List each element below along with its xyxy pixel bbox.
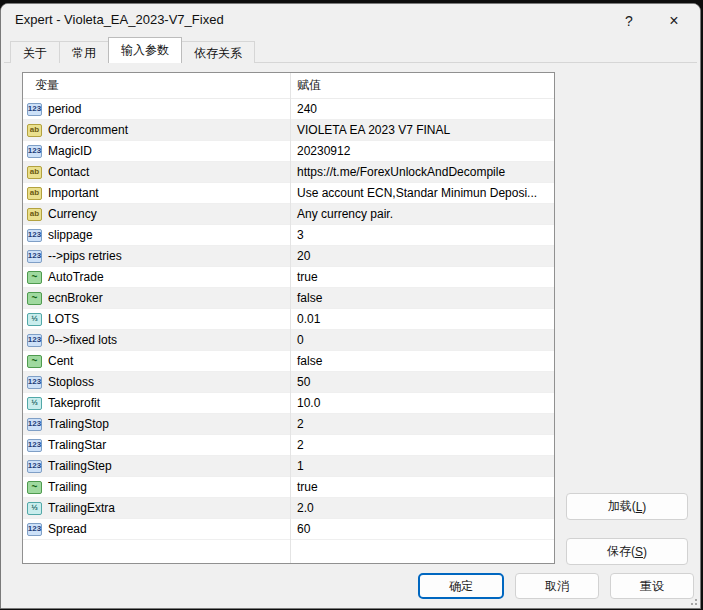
value-cell[interactable]: VIOLETA EA 2023 V7 FINAL [290, 120, 554, 140]
table-row[interactable]: ab Currency Any currency pair. [23, 204, 554, 225]
bool-type-icon: ~ [27, 271, 42, 284]
table-row[interactable]: 123 -->pips retries 20 [23, 246, 554, 267]
tab-about-label: 关于 [23, 46, 47, 60]
tab-inputs[interactable]: 输入参数 [108, 37, 182, 63]
resize-grip[interactable] [687, 595, 697, 605]
parameters-table: 变量 赋值 123 period 240 ab Ordercomment VIO… [22, 72, 555, 564]
table-row[interactable]: 123 MagicID 20230912 [23, 141, 554, 162]
table-row[interactable]: ab Contact https://t.me/ForexUnlockAndDe… [23, 162, 554, 183]
int-type-icon: 123 [27, 103, 42, 116]
tab-common[interactable]: 常用 [59, 41, 109, 63]
variable-name: Cent [48, 354, 73, 368]
variable-cell: ½ TrailingExtra [23, 498, 290, 518]
save-button[interactable]: 保存(S) [566, 538, 688, 565]
value-cell[interactable]: 0 [290, 330, 554, 350]
table-header-row: 变量 赋值 [23, 73, 554, 99]
save-button-label-suffix: ) [643, 545, 647, 559]
dbl-type-icon: ½ [27, 502, 42, 515]
value-cell[interactable]: 2 [290, 435, 554, 455]
variable-cell: 123 TrailingStep [23, 456, 290, 476]
table-row[interactable]: 123 slippage 3 [23, 225, 554, 246]
value-cell[interactable]: 0.01 [290, 309, 554, 329]
column-header-value[interactable]: 赋值 [290, 73, 554, 98]
bool-type-icon: ~ [27, 481, 42, 494]
load-button-label: 加载( [608, 498, 636, 515]
int-type-icon: 123 [27, 250, 42, 263]
variable-cell: 123 TralingStop [23, 414, 290, 434]
expert-settings-dialog: Expert - Violeta_EA_2023-V7_Fixed ? × 关于… [0, 3, 701, 609]
value-cell[interactable]: 3 [290, 225, 554, 245]
table-row[interactable]: 123 Spread 60 [23, 519, 554, 540]
str-type-icon: ab [27, 208, 42, 221]
table-row[interactable]: ab Ordercomment VIOLETA EA 2023 V7 FINAL [23, 120, 554, 141]
close-button[interactable]: × [655, 5, 693, 36]
value-cell[interactable]: true [290, 267, 554, 287]
bool-type-icon: ~ [27, 292, 42, 305]
table-row[interactable]: ab Important Use account ECN,Standar Min… [23, 183, 554, 204]
table-row[interactable]: ½ TrailingExtra 2.0 [23, 498, 554, 519]
variable-cell: ~ Cent [23, 351, 290, 371]
variable-cell: ~ ecnBroker [23, 288, 290, 308]
table-row[interactable]: ~ AutoTrade true [23, 267, 554, 288]
value-cell[interactable]: 10.0 [290, 393, 554, 413]
tab-about[interactable]: 关于 [10, 41, 60, 63]
table-row[interactable]: ~ Cent false [23, 351, 554, 372]
table-row[interactable]: ~ Trailing true [23, 477, 554, 498]
param-table-body: 123 period 240 ab Ordercomment VIOLETA E… [23, 99, 554, 540]
load-button[interactable]: 加载(L) [566, 493, 688, 520]
int-type-icon: 123 [27, 145, 42, 158]
variable-name: ecnBroker [48, 291, 103, 305]
value-cell[interactable]: 20230912 [290, 141, 554, 161]
value-cell[interactable]: https://t.me/ForexUnlockAndDecompile [290, 162, 554, 182]
table-row[interactable]: ½ Takeprofit 10.0 [23, 393, 554, 414]
str-type-icon: ab [27, 187, 42, 200]
cancel-button[interactable]: 取消 [515, 573, 599, 599]
variable-name: period [48, 102, 81, 116]
table-row[interactable]: ½ LOTS 0.01 [23, 309, 554, 330]
variable-cell: ab Currency [23, 204, 290, 224]
table-row[interactable]: 123 TralingStar 2 [23, 435, 554, 456]
variable-name: MagicID [48, 144, 92, 158]
table-row[interactable]: ~ ecnBroker false [23, 288, 554, 309]
value-cell[interactable]: true [290, 477, 554, 497]
table-row[interactable]: 123 TralingStop 2 [23, 414, 554, 435]
value-cell[interactable]: 60 [290, 519, 554, 539]
table-row[interactable]: 123 TrailingStep 1 [23, 456, 554, 477]
column-header-variable[interactable]: 变量 [23, 73, 290, 98]
tab-strip: 关于 常用 输入参数 依存关系 [10, 39, 254, 63]
ok-button[interactable]: 确定 [418, 573, 504, 599]
reset-button[interactable]: 重设 [610, 573, 694, 599]
variable-cell: 123 MagicID [23, 141, 290, 161]
value-cell[interactable]: 240 [290, 99, 554, 119]
value-cell[interactable]: 2.0 [290, 498, 554, 518]
dbl-type-icon: ½ [27, 397, 42, 410]
variable-cell: ab Contact [23, 162, 290, 182]
tab-dependencies[interactable]: 依存关系 [181, 41, 255, 63]
value-cell[interactable]: 1 [290, 456, 554, 476]
help-button[interactable]: ? [610, 5, 648, 36]
variable-cell: 123 TralingStar [23, 435, 290, 455]
value-cell[interactable]: false [290, 288, 554, 308]
table-row[interactable]: 123 period 240 [23, 99, 554, 120]
variable-name: LOTS [48, 312, 79, 326]
table-row[interactable]: 123 0-->fixed lots 0 [23, 330, 554, 351]
variable-cell: ab Important [23, 183, 290, 203]
value-cell[interactable]: 50 [290, 372, 554, 392]
save-mnemonic: S [635, 545, 643, 559]
value-cell[interactable]: 2 [290, 414, 554, 434]
title-bar[interactable]: Expert - Violeta_EA_2023-V7_Fixed ? × [1, 4, 700, 38]
tab-common-label: 常用 [72, 46, 96, 60]
value-cell[interactable]: 20 [290, 246, 554, 266]
table-row[interactable]: 123 Stoploss 50 [23, 372, 554, 393]
variable-cell: ½ Takeprofit [23, 393, 290, 413]
window-title: Expert - Violeta_EA_2023-V7_Fixed [15, 4, 224, 36]
variable-cell: ab Ordercomment [23, 120, 290, 140]
str-type-icon: ab [27, 124, 42, 137]
value-cell[interactable]: Any currency pair. [290, 204, 554, 224]
variable-name: Takeprofit [48, 396, 100, 410]
tab-dependencies-label: 依存关系 [194, 46, 242, 60]
variable-name: TrailingStep [48, 459, 112, 473]
dbl-type-icon: ½ [27, 313, 42, 326]
value-cell[interactable]: Use account ECN,Standar Minimun Deposi..… [290, 183, 554, 203]
value-cell[interactable]: false [290, 351, 554, 371]
